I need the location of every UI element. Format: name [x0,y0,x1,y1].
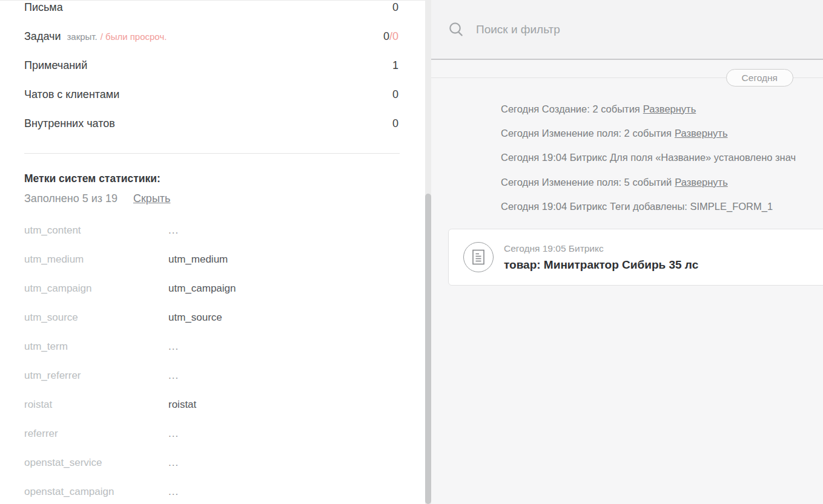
search-input[interactable] [475,22,811,37]
feed-note-card: Сегодня 19:05 Битрикс товар: Минитрактор… [448,229,823,286]
stat-row-tasks: Задачи закрыт. / были просроч. 0 /0 [24,22,398,51]
section-divider [24,153,400,154]
tags-filled-count: Заполнено 5 из 19 [24,192,117,205]
expand-link[interactable]: Развернуть [675,177,727,188]
stat-value: 0 [383,30,389,43]
utm-key: utm_content [24,224,168,237]
feed-event: Сегодня Изменение поля: 5 событий Развер… [501,170,823,194]
stat-value: 0 [392,88,398,101]
left-panel-scrollbar[interactable] [425,0,431,504]
utm-tags-table: utm_content ... utm_medium utm_medium ut… [24,216,401,504]
stat-value: 1 [392,59,398,72]
stat-value: 0 [392,117,398,130]
feed-search-bar [431,0,823,60]
utm-key: openstat_campaign [24,486,168,498]
feed-event: Сегодня 19:04 Битрикс Теги добавлены: SI… [501,195,823,219]
stat-label: Внутренних чатов [24,117,115,130]
utm-value: utm_medium [168,254,228,266]
feed-event: Сегодня Создание: 2 события Развернуть [501,97,823,121]
stat-label: Чатов с клиентами [24,88,119,101]
utm-row: utm_content ... [24,216,401,245]
event-text: Сегодня 19:04 Битрикс Для поля «Название… [501,152,796,163]
utm-row: utm_referrer ... [24,361,401,390]
utm-row: utm_campaign utm_campaign [24,274,401,303]
utm-key: openstat_service [24,457,168,469]
tags-section-subtitle: Заполнено 5 из 19Скрыть [24,192,170,205]
utm-key: roistat [24,399,168,411]
document-note-icon [463,242,494,272]
utm-key: referrer [24,428,168,440]
stat-row-internal-chats: Внутренних чатов 0 [24,109,398,138]
hide-tags-link[interactable]: Скрыть [133,192,170,205]
utm-key: utm_source [24,312,168,324]
stat-row-client-chats: Чатов с клиентами 0 [24,80,398,109]
utm-value: ... [168,370,179,382]
feed-events-list: Сегодня Создание: 2 события Развернуть С… [501,97,823,219]
utm-value: ... [168,341,179,353]
stat-row-notes: Примечаний 1 [24,51,398,80]
utm-row: openstat_service ... [24,448,401,477]
event-text: Сегодня Создание: 2 события [501,103,640,115]
utm-row: utm_source utm_source [24,303,401,332]
utm-value: ... [168,428,179,440]
lead-info-panel: Письма 0 Задачи закрыт. / были просроч. … [0,0,425,504]
stat-label: Задачи [24,30,61,43]
utm-row: referrer ... [24,419,401,448]
utm-row: utm_medium utm_medium [24,245,401,274]
feed-event: Сегодня Изменение поля: 2 события Развер… [501,121,823,145]
feed-panel: Сегодня Сегодня Создание: 2 события Разв… [431,0,823,504]
event-text: Сегодня Изменение поля: 2 события [501,128,672,139]
note-title: товар: Минитрактор Сибирь 35 лс [504,258,698,272]
stat-value: 0 [392,1,398,14]
stat-sublabel-overdue: / были просроч. [101,31,167,42]
date-badge: Сегодня [726,69,793,87]
event-text: Сегодня 19:04 Битрикс Теги добавлены: SI… [501,201,773,212]
note-body: Сегодня 19:05 Битрикс товар: Минитрактор… [504,243,698,272]
feed-event: Сегодня 19:04 Битрикс Для поля «Название… [501,146,823,170]
utm-row: utm_term ... [24,332,401,361]
utm-value: ... [168,486,179,498]
expand-link[interactable]: Развернуть [643,103,696,115]
stat-sublabel-closed: закрыт. [67,31,97,42]
stats-list: Письма 0 Задачи закрыт. / были просроч. … [24,0,398,138]
scrollbar-thumb[interactable] [425,194,431,504]
stat-label: Примечаний [24,59,87,72]
utm-row: roistat roistat [24,390,401,419]
stat-row-letters: Письма 0 [24,0,398,22]
utm-value: roistat [168,399,196,411]
utm-key: utm_campaign [24,283,168,295]
tags-section-title: Метки систем статистики: [24,172,160,185]
utm-value: ... [168,224,179,237]
utm-value: utm_campaign [168,283,236,295]
expand-link[interactable]: Развернуть [675,128,727,139]
utm-key: utm_term [24,341,168,353]
utm-row: openstat_campaign ... [24,477,401,504]
search-icon [448,21,464,38]
utm-key: utm_referrer [24,370,168,382]
note-meta: Сегодня 19:05 Битрикс [504,243,698,254]
event-text: Сегодня Изменение поля: 5 событий [501,177,672,188]
utm-value: utm_source [168,312,222,324]
stat-value-overdue: /0 [389,30,398,43]
utm-value: ... [168,457,179,469]
utm-key: utm_medium [24,254,168,266]
stat-label: Письма [24,1,63,14]
